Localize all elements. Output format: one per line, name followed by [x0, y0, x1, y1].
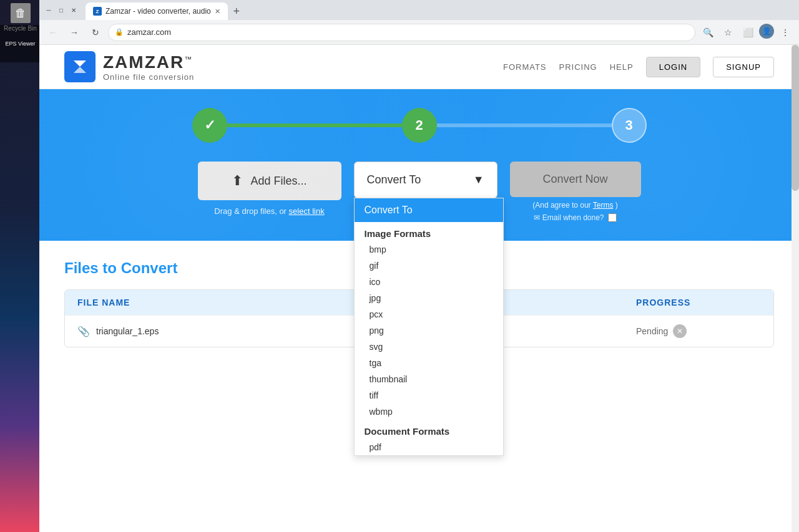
- cancel-file-button[interactable]: ✕: [673, 324, 687, 338]
- dropdown-header: Convert To: [355, 198, 503, 222]
- tab-close-button[interactable]: ✕: [215, 7, 220, 16]
- url-text: zamzar.com: [127, 27, 171, 37]
- add-files-area: ⬆ Add Files... Drag & drop files, or sel…: [198, 162, 341, 216]
- bookmark-icon-button[interactable]: ☆: [719, 24, 737, 41]
- steps-row: ✓ 2 3: [64, 108, 774, 143]
- user-avatar[interactable]: 👤: [759, 24, 774, 39]
- dropdown-group-document: Document Formats: [355, 420, 503, 439]
- scrollbar-thumb[interactable]: [792, 45, 799, 191]
- upload-icon: ⬆: [232, 173, 243, 189]
- logo-name: ZAMZAR™: [103, 52, 194, 72]
- convert-to-button[interactable]: Convert To ▼: [354, 162, 498, 198]
- svg-marker-1: [74, 67, 86, 73]
- browser-icons: 🔍 ☆ ⬜ 👤 ⋮: [699, 24, 794, 41]
- progress-cell: Pending ✕: [636, 324, 761, 338]
- browser-window: ─ □ ✕ Z Zamzar - video converter, audio …: [39, 0, 799, 532]
- progress-text: Pending: [636, 326, 668, 336]
- tab-area: Z Zamzar - video converter, audio ✕ +: [86, 0, 794, 20]
- dropdown-item-thumbnail[interactable]: thumbnail: [355, 371, 503, 387]
- step-line-1: [227, 123, 402, 127]
- nav-pricing[interactable]: PRICING: [559, 62, 597, 72]
- browser-scrollbar[interactable]: [792, 45, 799, 532]
- back-button[interactable]: ←: [44, 24, 62, 41]
- lock-icon: 🔒: [115, 28, 124, 36]
- svg-marker-0: [74, 60, 86, 67]
- desktop-background: [0, 0, 41, 532]
- converter-section: ✓ 2 3 ⬆ Add Files...: [39, 89, 799, 241]
- dropdown-item-jpg[interactable]: jpg: [355, 290, 503, 306]
- dropdown-item-gif[interactable]: gif: [355, 258, 503, 274]
- dropdown-item-svg[interactable]: svg: [355, 339, 503, 355]
- dropdown-item-ico[interactable]: ico: [355, 274, 503, 290]
- dropdown-triangle-icon: ▼: [473, 173, 484, 186]
- page-content: ZAMZAR™ Online file conversion FORMATS P…: [39, 45, 799, 532]
- step-3-circle: 3: [612, 108, 647, 143]
- email-checkbox[interactable]: [608, 213, 617, 222]
- signup-button[interactable]: SIGNUP: [713, 57, 774, 77]
- convert-to-dropdown: Convert To Image Formats bmp gif ico jpg…: [354, 198, 504, 456]
- header-nav: FORMATS PRICING HELP LOGIN SIGNUP: [503, 57, 774, 77]
- maximize-button[interactable]: □: [57, 6, 66, 14]
- browser-titlebar: ─ □ ✕ Z Zamzar - video converter, audio …: [39, 0, 799, 20]
- dropdown-item-pdf[interactable]: pdf: [355, 439, 503, 455]
- logo-icon: [64, 51, 96, 82]
- browser-addressbar: ← → ↻ 🔒 zamzar.com 🔍 ☆ ⬜ 👤 ⋮: [39, 20, 799, 45]
- terms-link[interactable]: Terms: [593, 201, 614, 210]
- dropdown-group-image: Image Formats: [355, 222, 503, 241]
- dropdown-item-bmp[interactable]: bmp: [355, 241, 503, 258]
- forward-button[interactable]: →: [66, 24, 83, 41]
- select-link[interactable]: select link: [289, 206, 325, 216]
- browser-tab-active[interactable]: Z Zamzar - video converter, audio ✕: [86, 2, 228, 20]
- nav-help[interactable]: HELP: [610, 62, 634, 72]
- zamzar-header: ZAMZAR™ Online file conversion FORMATS P…: [39, 45, 799, 89]
- minimize-button[interactable]: ─: [44, 6, 53, 14]
- col-progress: PROGRESS: [636, 297, 761, 307]
- zamzar-logo: ZAMZAR™ Online file conversion: [64, 51, 194, 82]
- drag-drop-text: Drag & drop files, or select link: [214, 206, 324, 216]
- tab-title: Zamzar - video converter, audio: [105, 7, 211, 16]
- convert-to-container: Convert To ▼ Convert To Image Formats bm…: [354, 162, 498, 198]
- eps-viewer-label: EPS Viewer: [0, 25, 41, 62]
- dropdown-item-tiff[interactable]: tiff: [355, 387, 503, 404]
- step-1-circle: ✓: [192, 108, 227, 143]
- dropdown-item-tga[interactable]: tga: [355, 355, 503, 371]
- add-files-button[interactable]: ⬆ Add Files...: [198, 162, 341, 200]
- close-button[interactable]: ✕: [69, 6, 78, 14]
- refresh-button[interactable]: ↻: [87, 24, 104, 41]
- convert-now-area: Convert Now (And agree to our Terms ) ✉ …: [510, 162, 641, 222]
- converter-controls: ⬆ Add Files... Drag & drop files, or sel…: [64, 162, 774, 222]
- cast-icon-button[interactable]: ⬜: [739, 24, 757, 41]
- step-2-circle: 2: [402, 108, 437, 143]
- paperclip-icon: 📎: [77, 326, 90, 337]
- email-row: ✉ Email when done?: [534, 213, 616, 222]
- nav-formats[interactable]: FORMATS: [503, 62, 547, 72]
- convert-now-button[interactable]: Convert Now: [510, 162, 641, 197]
- logo-text: ZAMZAR™ Online file conversion: [103, 52, 194, 82]
- file-name: triangular_1.eps: [96, 326, 159, 336]
- login-button[interactable]: LOGIN: [646, 57, 700, 77]
- search-icon-button[interactable]: 🔍: [699, 24, 717, 41]
- window-controls: ─ □ ✕: [44, 6, 78, 14]
- tab-favicon: Z: [93, 7, 102, 16]
- new-tab-button[interactable]: +: [228, 2, 245, 20]
- menu-icon-button[interactable]: ⋮: [777, 24, 794, 41]
- dropdown-item-png[interactable]: png: [355, 322, 503, 339]
- logo-tagline: Online file conversion: [103, 72, 194, 82]
- step-line-2: [437, 123, 612, 127]
- url-bar[interactable]: 🔒 zamzar.com: [108, 24, 695, 41]
- recycle-bin-icon: 🗑: [11, 3, 31, 23]
- dropdown-item-wbmp[interactable]: wbmp: [355, 404, 503, 420]
- terms-text: (And agree to our Terms ): [532, 201, 618, 210]
- dropdown-item-pcx[interactable]: pcx: [355, 306, 503, 322]
